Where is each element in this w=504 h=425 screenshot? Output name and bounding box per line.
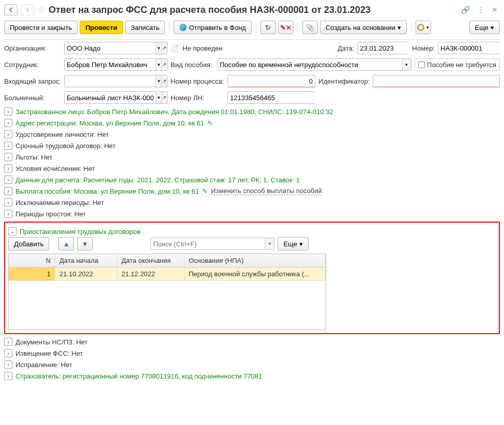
expand-button[interactable]: ›	[4, 198, 12, 207]
col-start-header[interactable]: Дата начала	[55, 254, 117, 267]
expand-button[interactable]: ›	[4, 176, 12, 184]
close-icon[interactable]: ✕	[490, 6, 500, 14]
open-button[interactable]: ↗	[161, 75, 167, 87]
dropdown-button[interactable]: ▾	[156, 42, 161, 54]
sick-list-input[interactable]: ▾ ↗	[64, 91, 167, 104]
more-menu-icon[interactable]: ⋮	[475, 6, 486, 14]
employee-field[interactable]	[65, 59, 156, 70]
dropdown-button[interactable]: ▾	[156, 92, 161, 103]
excluded-periods-section[interactable]: Исключаемые периоды: Нет	[16, 199, 104, 207]
clear-search-button[interactable]: ×	[265, 238, 274, 249]
ns-docs-section[interactable]: Документы НС/ПЗ: Нет	[16, 338, 88, 346]
favorite-star-icon[interactable]: ☆	[37, 4, 45, 15]
edit-pencil-icon[interactable]: ✎	[202, 187, 208, 195]
date-field[interactable]	[358, 42, 449, 54]
identifier-input[interactable]	[373, 75, 500, 87]
more-button[interactable]: Еще ▾	[469, 21, 500, 34]
send-to-fund-button[interactable]: Отправить в Фонд	[174, 21, 251, 34]
expand-button[interactable]: ›	[4, 338, 12, 346]
benefit-type-input[interactable]: ▾	[217, 58, 411, 71]
benefit-not-required-checkbox[interactable]: Пособие не требуется	[415, 58, 500, 71]
edit-pencil-icon[interactable]: ✎	[207, 119, 213, 127]
link-icon[interactable]: 🔗	[459, 6, 472, 14]
settings-button[interactable]: ▾	[416, 21, 431, 34]
move-down-button[interactable]: ▼	[77, 237, 93, 250]
calc-data-section[interactable]: Данные для расчета: Расчетные годы: 2021…	[16, 176, 300, 184]
nav-back-button[interactable]	[4, 4, 18, 15]
collapse-button[interactable]: ⌄	[8, 227, 17, 235]
attach-button[interactable]: 📎	[302, 21, 318, 34]
dropdown-button[interactable]: ▾	[156, 59, 161, 70]
clear-button[interactable]: ✎✕	[278, 21, 294, 34]
process-number-label: Номер процесса:	[171, 77, 224, 85]
identity-section[interactable]: Удостоверение личности: Нет	[16, 131, 109, 138]
benefit-not-required-box[interactable]	[418, 61, 425, 68]
contract-section[interactable]: Срочный трудовой договор: Нет	[16, 142, 116, 150]
benefits-section[interactable]: Льготы: Нет	[16, 153, 52, 161]
open-button[interactable]: ↗	[161, 59, 167, 70]
expand-button[interactable]: ›	[4, 187, 12, 195]
expand-button[interactable]: ›	[4, 360, 12, 369]
refresh-button[interactable]: ↻	[261, 21, 276, 34]
col-end-header[interactable]: Дата окончания	[117, 254, 185, 267]
table-row[interactable]: 1 21.10.2022 21.12.2022 Период военной с…	[9, 267, 326, 281]
conditions-section[interactable]: Условия исчисления: Нет	[16, 165, 95, 172]
expand-button[interactable]: ›	[4, 349, 12, 357]
ln-number-field[interactable]	[228, 92, 319, 103]
create-based-on-button[interactable]: Создать на основании ▾	[320, 21, 407, 34]
expand-button[interactable]: ›	[4, 372, 12, 380]
employee-input[interactable]: ▾ ↗	[64, 58, 167, 71]
process-number-field[interactable]	[228, 75, 315, 87]
incoming-request-input[interactable]: ▾ ↗	[64, 75, 167, 87]
dropdown-button[interactable]: ▾	[156, 75, 161, 87]
payment-section[interactable]: Выплата пособия: Москва, ул Верхние Поля…	[16, 187, 199, 195]
benefit-type-label: Вид пособия:	[171, 61, 214, 69]
date-input[interactable]: 📅	[357, 42, 409, 54]
idle-periods-section[interactable]: Периоды простоя: Нет	[16, 210, 86, 218]
insurer-section[interactable]: Страхователь: регистрационный номер 7708…	[16, 372, 262, 380]
benefit-type-field[interactable]	[218, 59, 402, 70]
post-and-close-button[interactable]: Провести и закрыть	[4, 21, 78, 34]
post-button[interactable]: Провести	[80, 21, 123, 34]
open-button[interactable]: ↗	[161, 92, 167, 103]
write-button[interactable]: Записать	[125, 21, 165, 34]
process-number-input[interactable]	[227, 75, 315, 87]
expand-button[interactable]: ›	[4, 141, 12, 150]
arrow-right-icon	[25, 7, 30, 12]
number-input[interactable]	[438, 42, 500, 54]
organization-field[interactable]	[65, 42, 156, 54]
correction-section[interactable]: Исправление: Нет	[16, 361, 72, 369]
search-field[interactable]	[151, 238, 265, 249]
move-up-button[interactable]: ▲	[58, 237, 74, 250]
organization-input[interactable]: ▾ ↗	[64, 42, 167, 54]
gear-icon	[417, 24, 424, 31]
ln-number-input[interactable]	[227, 91, 315, 104]
dropdown-button[interactable]: ▾	[402, 59, 411, 70]
expand-button[interactable]: ›	[4, 164, 12, 172]
arrow-left-icon	[8, 7, 13, 12]
insured-section[interactable]: Застрахованное лицо: Бобров Петр Михайло…	[16, 108, 333, 116]
sick-list-field[interactable]	[65, 92, 156, 103]
col-base-header[interactable]: Основание (НПА)	[185, 254, 326, 267]
search-input[interactable]: ×	[150, 238, 274, 250]
open-button[interactable]: ↗	[161, 42, 167, 54]
nav-forward-button[interactable]	[21, 4, 34, 15]
incoming-request-field[interactable]	[65, 75, 156, 87]
table-more-button[interactable]: Еще ▾	[278, 237, 308, 250]
chevron-down-icon: ▾	[491, 24, 494, 32]
send-fund-label: Отправить в Фонд	[189, 24, 246, 32]
expand-button[interactable]: ›	[4, 130, 12, 138]
identifier-field[interactable]	[373, 75, 499, 87]
expand-button[interactable]: ›	[4, 119, 12, 127]
expand-button[interactable]: ›	[4, 107, 12, 116]
col-n-header[interactable]: N	[9, 254, 55, 267]
change-payment-method-link[interactable]: Изменить способ выплаты пособий	[211, 187, 322, 195]
number-field[interactable]	[438, 42, 504, 54]
add-row-button[interactable]: Добавить	[8, 237, 49, 250]
suspension-section[interactable]: Приостановления трудовых договоров	[20, 228, 141, 235]
fss-notice-section[interactable]: Извещение ФСС: Нет	[16, 350, 83, 357]
sick-list-label: Больничный:	[4, 94, 61, 102]
expand-button[interactable]: ›	[4, 153, 12, 161]
expand-button[interactable]: ›	[4, 210, 12, 218]
address-section[interactable]: Адрес регистрации: Москва, ул Верхние По…	[16, 119, 204, 127]
